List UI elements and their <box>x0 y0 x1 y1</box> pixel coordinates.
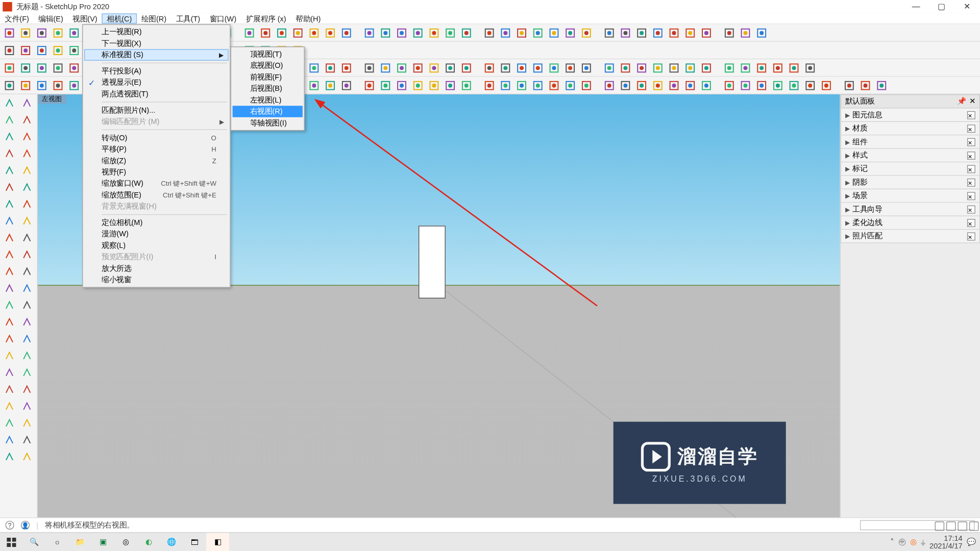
tool-button[interactable] <box>1 196 17 212</box>
toolbar-button[interactable] <box>547 61 560 74</box>
menu-工具[interactable]: 工具(T) <box>171 13 205 23</box>
toolbar-button[interactable] <box>820 79 833 92</box>
tray-pin-icon[interactable]: 📌 <box>957 97 966 106</box>
tool-button[interactable] <box>18 196 35 212</box>
tool-button[interactable] <box>18 112 35 128</box>
toolbar-button[interactable] <box>755 26 768 39</box>
tool-button[interactable] <box>1 246 17 263</box>
menu-item[interactable]: 匹配新照片(N)... <box>84 105 229 116</box>
tray-360-icon[interactable]: ◎ <box>910 538 917 546</box>
toolbar-button[interactable] <box>667 61 680 74</box>
submenu-item[interactable]: 底视图(O) <box>233 60 303 71</box>
tool-button[interactable] <box>18 297 35 313</box>
tray-panel-图元信息[interactable]: ▶图元信息× <box>841 109 980 122</box>
toolbar-button[interactable] <box>667 26 680 39</box>
toolbar-button[interactable] <box>362 26 376 39</box>
tool-button[interactable] <box>18 246 35 263</box>
toolbar-button[interactable] <box>395 79 408 92</box>
toolbar-button[interactable] <box>291 26 304 39</box>
toolbar-button[interactable] <box>427 79 440 92</box>
toolbar-button[interactable] <box>723 79 736 92</box>
tray-title-bar[interactable]: 默认面板 📌 ✕ <box>841 94 980 109</box>
tray-panel-close-icon[interactable]: × <box>967 138 975 146</box>
toolbar-button[interactable] <box>362 79 376 92</box>
toolbar-button[interactable] <box>723 61 736 74</box>
taskbar-chrome-icon[interactable]: 🌐 <box>160 533 183 551</box>
toolbar-button[interactable] <box>460 61 473 74</box>
toolbar-button[interactable] <box>324 61 337 74</box>
toolbar-button[interactable] <box>683 26 697 39</box>
tray-panel-照片匹配[interactable]: ▶照片匹配× <box>841 230 980 243</box>
tool-button[interactable] <box>1 415 17 431</box>
toolbar-button[interactable] <box>67 79 81 92</box>
maximize-button[interactable]: ▢ <box>929 0 954 13</box>
menu-视图[interactable]: 视图(V) <box>68 13 102 23</box>
tool-button[interactable] <box>1 398 17 414</box>
toolbar-button[interactable] <box>515 26 528 39</box>
tray-panel-close-icon[interactable]: × <box>967 178 975 186</box>
menu-item[interactable]: 下一视图(X) <box>84 38 229 49</box>
toolbar-button[interactable] <box>755 79 768 92</box>
tool-button[interactable] <box>1 280 17 296</box>
tray-panel-close-icon[interactable]: × <box>967 232 975 240</box>
toolbar-button[interactable] <box>651 26 665 39</box>
taskbar-explorer-icon[interactable]: 📁 <box>69 533 92 551</box>
toolbar-button[interactable] <box>340 61 353 74</box>
toolbar-button[interactable] <box>67 26 81 39</box>
mic-icon[interactable] <box>935 521 944 531</box>
tool-button[interactable] <box>18 179 35 195</box>
toolbar-button[interactable] <box>803 79 817 92</box>
menu-item[interactable]: 缩放(Z)Z <box>84 155 229 166</box>
submenu-item[interactable]: 左视图(L) <box>233 94 303 106</box>
menu-相机[interactable]: 相机(C) <box>102 13 137 23</box>
tray-panel-材质[interactable]: ▶材质× <box>841 122 980 135</box>
toolbar-button[interactable] <box>580 26 593 39</box>
toolbar-button[interactable] <box>324 26 337 39</box>
toolbar-button[interactable] <box>35 79 48 92</box>
pen-icon[interactable] <box>958 521 967 531</box>
toolbar-button[interactable] <box>499 79 512 92</box>
toolbar-button[interactable] <box>411 26 425 39</box>
toolbar-button[interactable] <box>651 79 665 92</box>
toolbar-button[interactable] <box>379 61 392 74</box>
toolbar-button[interactable] <box>515 61 528 74</box>
tool-button[interactable] <box>18 432 35 448</box>
toolbar-button[interactable] <box>460 79 473 92</box>
menu-item[interactable]: 观察(L) <box>84 240 229 251</box>
toolbar-button[interactable] <box>19 43 32 57</box>
toolbar-button[interactable] <box>19 61 32 74</box>
tool-button[interactable] <box>18 129 35 145</box>
minimize-button[interactable]: — <box>903 0 928 13</box>
tray-panel-标记[interactable]: ▶标记× <box>841 162 980 176</box>
toolbar-button[interactable] <box>3 79 16 92</box>
toolbar-button[interactable] <box>411 61 425 74</box>
tool-button[interactable] <box>1 263 17 280</box>
tray-panel-close-icon[interactable]: × <box>967 205 975 213</box>
toolbar-button[interactable] <box>739 61 752 74</box>
tray-panel-close-icon[interactable]: × <box>967 165 975 173</box>
menu-item[interactable]: 定位相机(M) <box>84 217 229 228</box>
toolbar-button[interactable] <box>499 61 512 74</box>
tool-button[interactable] <box>1 95 17 111</box>
tool-button[interactable] <box>18 331 35 347</box>
tool-button[interactable] <box>18 145 35 162</box>
toolbar-button[interactable] <box>35 61 48 74</box>
tray-wifi-icon[interactable]: ⏚ <box>921 538 925 546</box>
taskbar-app-icon[interactable]: ▣ <box>92 533 115 551</box>
tray-panel-close-icon[interactable]: × <box>967 124 975 133</box>
toolbar-button[interactable] <box>515 79 528 92</box>
tool-button[interactable] <box>18 263 35 280</box>
toolbar-button[interactable] <box>411 79 425 92</box>
toolbar-button[interactable] <box>547 79 560 92</box>
toolbar-button[interactable] <box>755 61 768 74</box>
toolbar-button[interactable] <box>444 79 457 92</box>
toolbar-button[interactable] <box>683 61 697 74</box>
tool-button[interactable] <box>1 129 17 145</box>
close-button[interactable]: ✕ <box>954 0 980 13</box>
toolbar-button[interactable] <box>635 61 648 74</box>
tool-button[interactable] <box>1 448 17 465</box>
toolbar-button[interactable] <box>499 26 512 39</box>
toolbar-button[interactable] <box>362 61 376 74</box>
toolbar-button[interactable] <box>787 61 800 74</box>
menu-item[interactable]: 缩小视窗 <box>84 274 229 285</box>
